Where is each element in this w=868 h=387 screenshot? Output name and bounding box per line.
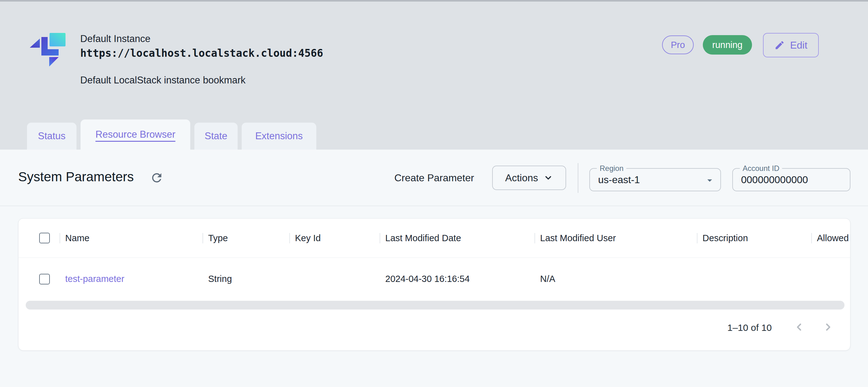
account-id-field: Account ID <box>732 168 850 191</box>
tab-resource-browser-label: Resource Browser <box>96 129 176 140</box>
localstack-logo-icon <box>29 32 66 70</box>
tab-status[interactable]: Status <box>27 123 76 150</box>
chevron-right-icon[interactable] <box>821 320 835 334</box>
parameters-table-card: Name Type Key Id Last Modified Date Last… <box>18 218 850 351</box>
instance-description: Default LocalStack instance bookmark <box>80 75 245 86</box>
table-header-checkbox-cell <box>19 233 60 243</box>
plan-badge-label: Pro <box>671 40 685 50</box>
region-select[interactable]: Region us-east-1 <box>589 168 721 191</box>
table-row: test-parameter String 2024-04-30 16:16:5… <box>19 258 850 300</box>
instance-url: https://localhost.localstack.cloud:4566 <box>80 47 323 59</box>
cell-last-modified-user: N/A <box>534 274 697 284</box>
cell-last-modified-date: 2024-04-30 16:16:54 <box>380 274 534 284</box>
region-select-label: Region <box>597 164 626 173</box>
refresh-icon[interactable] <box>150 171 164 185</box>
region-select-value: us-east-1 <box>598 174 640 186</box>
tab-state[interactable]: State <box>194 123 238 150</box>
plan-badge: Pro <box>662 35 694 54</box>
toolbar-divider <box>578 163 578 193</box>
status-badge-label: running <box>712 40 743 50</box>
cell-name-link[interactable]: test-parameter <box>60 274 203 284</box>
chevron-left-icon[interactable] <box>792 320 806 334</box>
actions-dropdown-button[interactable]: Actions <box>492 166 566 190</box>
column-header-name[interactable]: Name <box>60 233 203 243</box>
pagination-range-label: 1–10 of 10 <box>727 322 772 333</box>
tab-resource-browser[interactable]: Resource Browser <box>81 119 190 150</box>
page-title: System Parameters <box>18 169 134 184</box>
edit-button[interactable]: Edit <box>763 33 819 57</box>
tab-status-label: Status <box>38 130 65 142</box>
chevron-down-icon <box>544 173 553 182</box>
edit-button-label: Edit <box>790 39 807 51</box>
cell-type: String <box>203 274 289 284</box>
column-header-last-modified-user[interactable]: Last Modified User <box>534 233 697 243</box>
row-checkbox-cell <box>19 274 60 285</box>
table-header-row: Name Type Key Id Last Modified Date Last… <box>19 218 850 258</box>
account-id-input[interactable] <box>741 169 841 191</box>
horizontal-scrollbar[interactable] <box>26 301 844 309</box>
tab-extensions[interactable]: Extensions <box>242 123 316 150</box>
column-header-last-modified-date[interactable]: Last Modified Date <box>380 233 534 243</box>
column-header-description[interactable]: Description <box>697 233 811 243</box>
tab-extensions-label: Extensions <box>255 130 303 142</box>
resource-browser-panel: System Parameters Create Parameter Actio… <box>0 150 868 387</box>
pencil-icon <box>774 40 785 51</box>
panel-divider <box>0 206 868 206</box>
instance-title: Default Instance <box>80 33 151 44</box>
create-parameter-button[interactable]: Create Parameter <box>394 172 474 184</box>
tab-state-label: State <box>205 130 227 142</box>
row-checkbox[interactable] <box>39 274 50 285</box>
select-all-checkbox[interactable] <box>39 233 50 243</box>
localstack-instance-page: Default Instance https://localhost.local… <box>0 0 868 387</box>
dropdown-arrow-icon <box>704 175 715 186</box>
column-header-type[interactable]: Type <box>203 233 289 243</box>
status-badge: running <box>703 35 752 55</box>
column-header-key-id[interactable]: Key Id <box>289 233 380 243</box>
window-edge <box>0 0 868 2</box>
actions-button-label: Actions <box>505 172 538 184</box>
column-header-allowed[interactable]: Allowed <box>811 233 850 243</box>
